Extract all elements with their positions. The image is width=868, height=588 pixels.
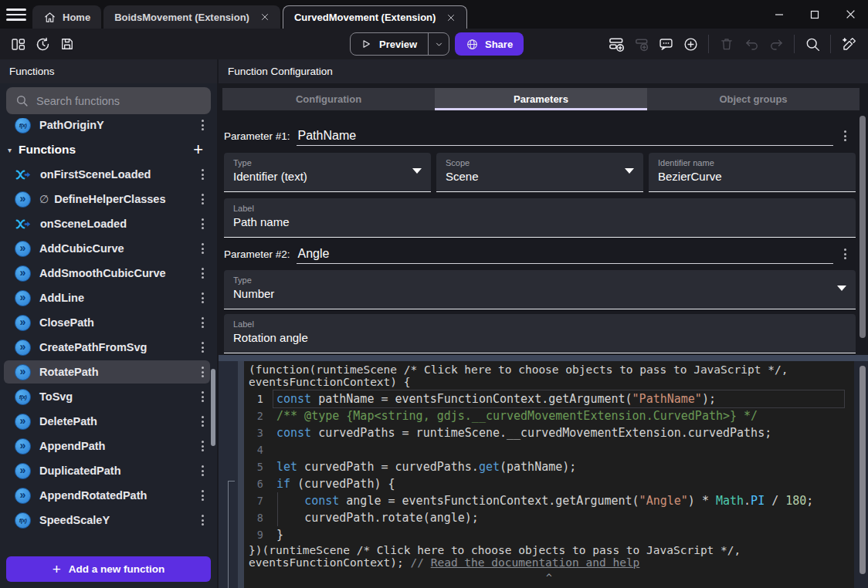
parameter-2-label-input[interactable]: Label Rotation angle (224, 314, 856, 353)
undo-icon[interactable] (740, 32, 763, 56)
code-line-8[interactable]: 8 curvedPath.rotate(angle); (244, 509, 854, 526)
add-other-event-icon[interactable] (679, 32, 702, 56)
minimize-button[interactable] (761, 0, 797, 29)
function-item-closepath[interactable]: »ClosePath (0, 310, 217, 335)
history-icon[interactable] (31, 32, 54, 56)
item-menu-icon[interactable] (202, 169, 204, 180)
function-item-addsmoothcubiccurve[interactable]: »AddSmoothCubicCurve (0, 261, 217, 286)
tab-curvedmovement[interactable]: CurvedMovement (Extension) (283, 5, 467, 29)
chevron-down-icon[interactable] (837, 286, 846, 291)
add-sub-event-icon[interactable] (629, 32, 653, 56)
project-manager-icon[interactable] (6, 32, 29, 56)
field-label: Identifier name (658, 158, 846, 167)
item-menu-icon[interactable] (202, 465, 204, 476)
search-functions-input[interactable]: Search functions (6, 87, 211, 114)
sidebar-scrollbar[interactable] (211, 369, 215, 446)
code-editor-lines[interactable]: 1const pathName = eventsFunctionContext.… (244, 390, 854, 543)
item-menu-icon[interactable] (202, 391, 204, 402)
preview-button[interactable]: Preview (351, 33, 428, 55)
group-label[interactable]: Functions (19, 143, 76, 157)
function-item-label: AppendPath (39, 440, 105, 452)
edit-extension-icon[interactable] (837, 32, 860, 56)
close-window-button[interactable] (832, 0, 868, 29)
parameter-1-name-input[interactable]: PathName (297, 129, 833, 146)
tab-configuration[interactable]: Configuration (222, 88, 435, 110)
parameter-1-identifier-input[interactable]: Identifier name BezierCurve (649, 153, 856, 192)
function-item-definehelperclasses[interactable]: »∅DefineHelperClasses (0, 187, 217, 211)
item-menu-icon[interactable] (202, 194, 204, 204)
tab-boidsmovement[interactable]: BoidsMovement (Extension) (103, 5, 280, 29)
function-item-duplicatedpath[interactable]: »DuplicatedPath (0, 458, 217, 483)
function-item-tosvg[interactable]: f(x)ToSvg (0, 384, 217, 409)
code-line-6[interactable]: 6if (curvedPath) { (244, 475, 854, 492)
function-item-appendpath[interactable]: »AppendPath (0, 434, 217, 458)
tab-home[interactable]: Home (32, 5, 101, 29)
function-item-addcubiccurve[interactable]: »AddCubicCurve (0, 236, 217, 261)
collapse-triangle-icon[interactable]: ▾ (8, 146, 19, 154)
event-drag-handle[interactable] (238, 361, 244, 588)
code-wrapper-line[interactable]: })(runtimeScene /* Click here to choose … (244, 544, 854, 556)
maximize-button[interactable] (797, 0, 832, 29)
item-menu-icon[interactable] (202, 490, 204, 501)
item-menu-icon[interactable] (202, 243, 204, 254)
function-item-label: RotatePath (39, 366, 99, 378)
item-menu-icon[interactable] (202, 342, 204, 353)
function-item-appendrotatedpath[interactable]: »AppendRotatedPath (0, 483, 217, 508)
function-item-addline[interactable]: »AddLine (0, 286, 217, 310)
documentation-link[interactable]: Read the documentation and help (431, 556, 640, 569)
chevron-down-icon[interactable] (412, 168, 422, 174)
item-menu-icon[interactable] (202, 515, 204, 525)
code-line-5[interactable]: 5let curvedPath = curvedPaths.get(pathNa… (244, 458, 854, 475)
parameter-1-menu-icon[interactable] (844, 130, 846, 146)
function-item-createpathfromsvg[interactable]: »CreatePathFromSvg (0, 335, 217, 360)
code-line-1[interactable]: 1const pathName = eventsFunctionContext.… (244, 390, 854, 407)
function-item-onfirstsceneloaded[interactable]: onFirstSceneLoaded (0, 162, 217, 187)
redo-icon[interactable] (765, 32, 788, 56)
parameter-1-header: Parameter #1: PathName (224, 123, 849, 146)
tab-parameters[interactable]: Parameters (435, 88, 647, 110)
item-menu-icon[interactable] (202, 441, 204, 451)
close-tab-icon[interactable] (446, 13, 456, 22)
save-icon[interactable] (56, 32, 79, 56)
event-expander-caret[interactable]: ^ (546, 572, 552, 583)
share-button[interactable]: Share (455, 32, 524, 56)
parameter-1-type-select[interactable]: Type Identifier (text) (224, 153, 431, 192)
parameter-2-type-select[interactable]: Type Number (224, 270, 856, 309)
parameters-scrollbar[interactable] (860, 116, 866, 338)
code-line-2[interactable]: 2/** @type {Map<string, gdjs.__curvedMov… (244, 407, 854, 424)
tab-object-groups[interactable]: Object groups (647, 88, 860, 110)
item-menu-icon[interactable] (202, 367, 204, 377)
function-item-onsceneloaded[interactable]: onSceneLoaded (0, 211, 217, 236)
close-tab-icon[interactable] (260, 12, 270, 22)
function-item-speedscaley[interactable]: f(x)SpeedScaleY (0, 508, 217, 532)
preview-options-chevron[interactable] (428, 33, 449, 55)
parameter-1-scope-select[interactable]: Scope Scene (436, 153, 643, 192)
add-event-icon[interactable] (605, 32, 628, 56)
parameter-2-menu-icon[interactable] (844, 248, 846, 264)
item-menu-icon[interactable] (202, 317, 204, 328)
line-code: const angle = eventsFunctionContext.getA… (273, 492, 844, 509)
item-menu-icon[interactable] (202, 268, 204, 279)
code-wrapper-line[interactable]: (function(runtimeScene /* Click here to … (244, 363, 854, 376)
add-comment-icon[interactable] (654, 32, 677, 56)
add-function-button[interactable]: + Add a new function (6, 556, 211, 582)
editor-scrollbar[interactable] (860, 366, 866, 574)
search-icon[interactable] (801, 32, 824, 56)
function-item-deletepath[interactable]: »DeletePath (0, 409, 217, 434)
code-line-3[interactable]: 3const curvedPaths = runtimeScene.__curv… (244, 424, 854, 441)
code-line-9[interactable]: 9} (244, 526, 854, 543)
trash-icon[interactable] (715, 32, 738, 56)
item-menu-icon[interactable] (202, 218, 204, 229)
main-menu-icon[interactable] (6, 6, 26, 23)
chevron-down-icon[interactable] (625, 168, 634, 174)
item-menu-icon[interactable] (202, 120, 204, 130)
parameter-2-name-input[interactable]: Angle (297, 247, 833, 264)
code-line-4[interactable]: 4 (244, 441, 854, 458)
js-code-event[interactable]: (function(runtimeScene /* Click here to … (244, 361, 854, 588)
add-function-plus-icon[interactable]: + (190, 142, 206, 157)
function-item-rotatepath[interactable]: »RotatePath (0, 360, 217, 384)
item-menu-icon[interactable] (202, 292, 204, 303)
item-menu-icon[interactable] (202, 416, 204, 427)
parameter-1-label-input[interactable]: Label Path name (224, 198, 856, 238)
code-line-7[interactable]: 7 const angle = eventsFunctionContext.ge… (244, 492, 854, 509)
